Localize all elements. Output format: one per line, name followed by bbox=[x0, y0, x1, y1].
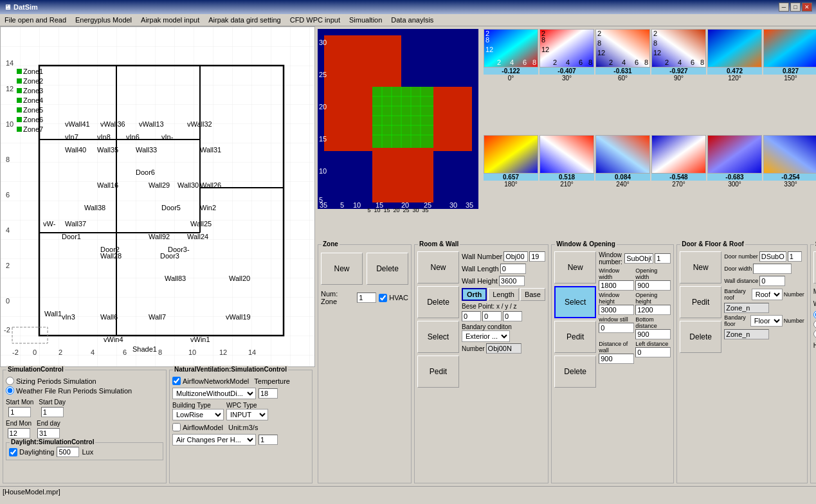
start-mon-input[interactable] bbox=[8, 407, 31, 417]
wpc-type-select[interactable]: INPUT bbox=[226, 409, 268, 420]
svg-text:Door1: Door1 bbox=[62, 233, 81, 240]
boundary-floor-select[interactable]: Floor bbox=[750, 315, 783, 327]
base-button[interactable]: Base bbox=[520, 288, 545, 301]
daylight-control-group: Daylight:SimulationControl Daylighting L… bbox=[6, 442, 163, 460]
svg-text:6: 6 bbox=[635, 59, 639, 66]
svg-rect-147 bbox=[596, 136, 650, 174]
wpc-cell-5: 0.827 150° bbox=[763, 29, 816, 134]
wpc-cell-0: 28122468 -0.122 0° bbox=[484, 29, 538, 134]
temperature-input[interactable] bbox=[258, 388, 278, 399]
wall-number-input[interactable] bbox=[529, 251, 545, 262]
door-width-input[interactable] bbox=[753, 264, 792, 274]
window-number-input[interactable] bbox=[655, 253, 671, 264]
svg-text:2: 2 bbox=[553, 59, 557, 66]
svg-text:vWall19: vWall19 bbox=[226, 313, 251, 321]
air-changes-select[interactable]: Air Changes Per H... bbox=[172, 434, 256, 446]
door-new-button[interactable]: New bbox=[680, 251, 721, 284]
door-wall-distance-input[interactable] bbox=[759, 276, 785, 286]
svg-text:4: 4 bbox=[678, 59, 682, 66]
wpc-value-11: -0.254 bbox=[763, 174, 816, 181]
svg-text:12: 12 bbox=[219, 348, 227, 356]
wall-pedit-button[interactable]: Pedit bbox=[417, 356, 459, 388]
wall-number-obj-input[interactable] bbox=[503, 251, 528, 262]
svg-text:10: 10 bbox=[319, 167, 327, 175]
maximize-button[interactable]: □ bbox=[790, 3, 801, 12]
svg-text:vWin1: vWin1 bbox=[190, 336, 210, 343]
door-delete-button[interactable]: Delete bbox=[680, 321, 721, 353]
wall-length-input[interactable] bbox=[500, 264, 526, 274]
base-y-input[interactable] bbox=[482, 311, 502, 321]
window-new-button[interactable]: New bbox=[554, 251, 596, 284]
window-number-obj-input[interactable] bbox=[624, 253, 653, 264]
door-pedit-button[interactable]: Pedit bbox=[680, 286, 721, 318]
air-changes-input[interactable] bbox=[258, 435, 278, 445]
door-number-input[interactable] bbox=[788, 251, 802, 262]
menu-energyplus[interactable]: Energyplus Model bbox=[73, 15, 134, 24]
wall-select-button[interactable]: Select bbox=[417, 321, 459, 353]
building-type-select[interactable]: LowRise bbox=[172, 409, 224, 420]
sizing-periods-radio[interactable]: Sizing Periods Simulation bbox=[6, 377, 163, 385]
start-day-input[interactable] bbox=[41, 407, 64, 417]
svg-text:10: 10 bbox=[6, 120, 14, 128]
boundary-roof-select[interactable]: Roof bbox=[752, 289, 783, 300]
boundary-condition-select[interactable]: Exterior ... bbox=[462, 330, 510, 342]
svg-text:Wall26: Wall26 bbox=[200, 181, 221, 189]
opening-width-input[interactable] bbox=[635, 280, 671, 291]
right-sheltering-radio[interactable]: Right shelteri... bbox=[813, 320, 816, 328]
airflow-network-checkbox[interactable]: AirflowNetworkModel bbox=[172, 377, 249, 385]
shading-new-button[interactable]: New bbox=[813, 251, 816, 284]
wpc-angle-9: 270° bbox=[672, 181, 685, 188]
window-still-input[interactable] bbox=[599, 323, 634, 333]
zone-new-button[interactable]: New bbox=[321, 253, 363, 285]
svg-text:vWall32: vWall32 bbox=[187, 120, 212, 128]
airflow-model-checkbox[interactable]: AirflowModel bbox=[172, 423, 223, 431]
distance-of-wall-input[interactable] bbox=[599, 354, 634, 364]
wall-height-input[interactable] bbox=[499, 276, 525, 286]
window-pedit-button[interactable]: Pedit bbox=[554, 321, 596, 353]
menu-airpak-data[interactable]: Airpak data gird setting bbox=[206, 15, 283, 24]
menu-airpak-input[interactable]: Airpak model input bbox=[139, 15, 201, 24]
door-number-obj-input[interactable] bbox=[759, 251, 786, 262]
svg-text:25: 25 bbox=[319, 71, 327, 78]
base-x-input[interactable] bbox=[462, 311, 481, 321]
bottom-distance-input[interactable] bbox=[635, 329, 671, 339]
window-delete-button[interactable]: Delete bbox=[554, 356, 596, 388]
multizone-select[interactable]: MultizoneWithoutDi... bbox=[172, 388, 256, 399]
length-button[interactable]: Length bbox=[488, 288, 519, 301]
window-width-input[interactable] bbox=[599, 280, 634, 291]
minimize-button[interactable]: ─ bbox=[779, 3, 789, 12]
svg-text:vW-: vW- bbox=[43, 220, 56, 228]
svg-rect-26 bbox=[17, 98, 22, 103]
wpc-value-2: -0.631 bbox=[595, 68, 650, 75]
opening-height-input[interactable] bbox=[635, 305, 671, 315]
zone-delete-button[interactable]: Delete bbox=[367, 253, 408, 285]
hvac-checkbox[interactable]: HVAC bbox=[379, 294, 408, 302]
end-day-input[interactable] bbox=[37, 428, 60, 438]
end-mon-input[interactable] bbox=[8, 428, 30, 438]
svg-text:Wall24: Wall24 bbox=[187, 233, 208, 240]
wpc-value-0: -0.122 bbox=[484, 68, 538, 75]
left-sheltering-radio[interactable]: Left sheltering bbox=[813, 310, 816, 319]
wpc-grid: 28122468 -0.122 0° 28122468 -0.407 30° bbox=[481, 26, 816, 242]
menu-file[interactable]: File open and Read bbox=[3, 15, 68, 24]
menu-data-analysis[interactable]: Data anaylsis bbox=[389, 15, 435, 24]
wpc-value-8: 0.084 bbox=[595, 174, 650, 181]
window-height-input[interactable] bbox=[599, 305, 634, 315]
daylighting-checkbox[interactable]: Daylighting bbox=[9, 448, 54, 456]
base-z-input[interactable] bbox=[503, 311, 522, 321]
menu-cfd[interactable]: CFD WPC input bbox=[288, 15, 342, 24]
weather-file-radio[interactable]: Weather File Run Periods Simulation bbox=[6, 386, 163, 395]
left-distance-input[interactable] bbox=[635, 347, 671, 357]
wall-delete-button[interactable]: Delete bbox=[417, 286, 459, 318]
orth-button[interactable]: Orth bbox=[462, 288, 487, 301]
hor-sheltering-radio[interactable]: HOR shelteri... bbox=[813, 330, 816, 338]
num-zone-input[interactable] bbox=[357, 292, 376, 303]
wpc-value-6: 0.657 bbox=[484, 174, 538, 181]
window-select-button[interactable]: Select bbox=[554, 286, 596, 318]
wall-new-button[interactable]: New bbox=[417, 251, 459, 284]
close-button[interactable]: ✕ bbox=[802, 3, 812, 12]
menu-simulation[interactable]: Simualtion bbox=[347, 15, 384, 24]
svg-text:vWin4: vWin4 bbox=[104, 336, 123, 343]
lux-input[interactable] bbox=[57, 447, 79, 457]
door-floor-roof-panel: Door & Floor & Roof New Pedit Delete Doo… bbox=[676, 244, 808, 483]
